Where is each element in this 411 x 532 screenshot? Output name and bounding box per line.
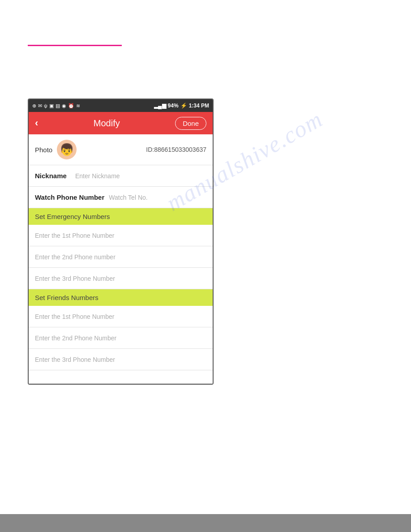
usb-icon: ⊕ xyxy=(32,103,36,109)
signal-icon: ▂▄▆ xyxy=(154,103,166,109)
friends-phone-3-placeholder: Enter the 3rd Phone Number xyxy=(35,356,115,363)
friends-phone-2-placeholder: Enter the 2nd Phone Number xyxy=(35,335,116,342)
alarm-icon: ⏰ xyxy=(68,103,74,109)
status-bar-left: ⊕ ✉ ψ ▣ ▤ ◉ ⏰ ≋ xyxy=(32,103,80,109)
photo-left: Photo 👦 xyxy=(35,140,77,159)
user-id: ID:886615033003637 xyxy=(146,146,206,153)
avatar-emoji: 👦 xyxy=(60,143,74,157)
watch-phone-row: Watch Phone Number Watch Tel No. xyxy=(29,187,213,208)
avatar[interactable]: 👦 xyxy=(57,140,77,159)
emergency-phone-1-row[interactable]: Enter the 1st Phone Number xyxy=(29,225,213,246)
nickname-label: Nickname xyxy=(35,172,71,180)
app-header: ‹ Modify Done xyxy=(29,112,213,134)
done-button[interactable]: Done xyxy=(175,117,206,130)
time-display: 1:34 PM xyxy=(189,103,209,109)
photo-row: Photo 👦 ID:886615033003637 xyxy=(29,134,213,165)
friends-phone-1-row[interactable]: Enter the 1st Phone Number xyxy=(29,306,213,327)
back-button[interactable]: ‹ xyxy=(35,117,38,129)
bottom-bar xyxy=(0,514,411,532)
emergency-phone-3-row[interactable]: Enter the 3rd Phone Number xyxy=(29,268,213,289)
friends-phone-3-row[interactable]: Enter the 3rd Phone Number xyxy=(29,349,213,370)
watch-phone-label: Watch Phone Number xyxy=(35,193,104,201)
form-content: Photo 👦 ID:886615033003637 Nickname Ente… xyxy=(29,134,213,384)
nickname-row: Nickname Enter Nickname xyxy=(29,165,213,187)
battery-percent: 94% xyxy=(168,103,179,109)
emergency-phone-3-placeholder: Enter the 3rd Phone Number xyxy=(35,275,115,282)
status-bar-right: ▂▄▆ 94% ⚡ 1:34 PM xyxy=(154,103,209,109)
watch-phone-placeholder[interactable]: Watch Tel No. xyxy=(109,194,147,201)
battery-icon: ⚡ xyxy=(180,103,187,109)
bottom-spacer xyxy=(29,370,213,384)
eye-icon: ◉ xyxy=(62,103,66,109)
header-title: Modify xyxy=(94,118,120,129)
status-bar: ⊕ ✉ ψ ▣ ▤ ◉ ⏰ ≋ ▂▄▆ 94% ⚡ 1:34 PM xyxy=(29,99,213,112)
usb2-icon: ψ xyxy=(44,103,47,108)
emergency-section-header: Set Emergency Numbers xyxy=(29,208,213,225)
emergency-phone-2-placeholder: Enter the 2nd Phone number xyxy=(35,253,116,261)
img-icon: ▣ xyxy=(49,103,54,109)
phone-frame: ⊕ ✉ ψ ▣ ▤ ◉ ⏰ ≋ ▂▄▆ 94% ⚡ 1:34 PM ‹ Modi… xyxy=(28,99,214,385)
friends-phone-2-row[interactable]: Enter the 2nd Phone Number xyxy=(29,327,213,349)
emergency-phone-1-placeholder: Enter the 1st Phone Number xyxy=(35,232,114,239)
friends-phone-1-placeholder: Enter the 1st Phone Number xyxy=(35,313,114,320)
emergency-phone-2-row[interactable]: Enter the 2nd Phone number xyxy=(29,246,213,268)
msg-icon: ✉ xyxy=(38,103,42,109)
photo-label: Photo xyxy=(35,146,52,154)
img2-icon: ▤ xyxy=(56,103,60,109)
nickname-placeholder[interactable]: Enter Nickname xyxy=(75,172,120,180)
wifi-icon: ≋ xyxy=(76,103,80,109)
friends-section-header: Set Friends Numbers xyxy=(29,289,213,306)
top-decoration-line xyxy=(28,45,122,46)
